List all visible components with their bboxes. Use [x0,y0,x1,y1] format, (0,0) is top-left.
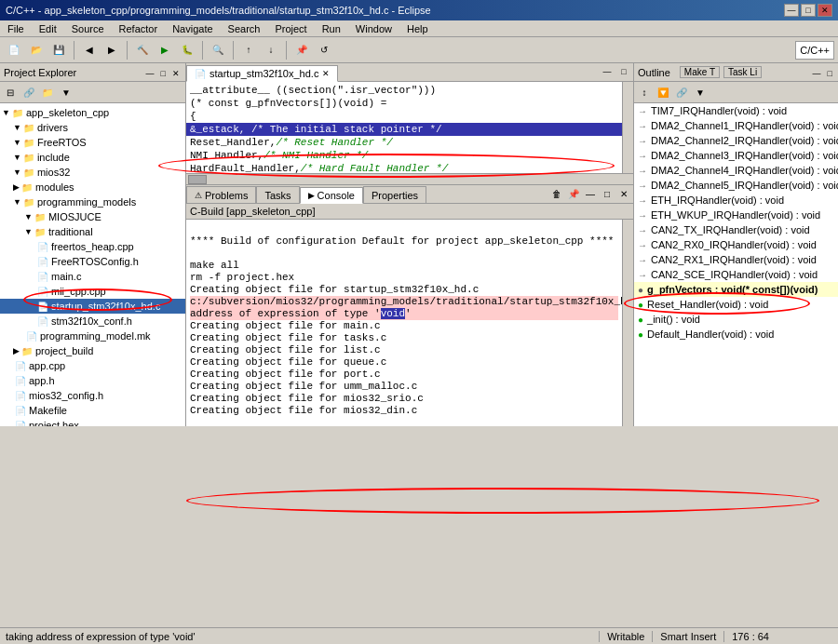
debug-button[interactable]: 🐛 [177,40,197,60]
outline-link-btn[interactable]: 🔗 [673,84,690,101]
tab-problems[interactable]: ⚠ Problems [186,186,256,203]
run-button[interactable]: ▶ [155,40,175,60]
make-tab[interactable]: Make T [680,66,720,78]
tree-item[interactable]: 📄programming_model.mk [0,329,185,343]
tab-properties[interactable]: Properties [363,186,426,203]
outline-menu-btn[interactable]: ▼ [692,84,709,101]
tree-item[interactable]: 📄stm32f10x_conf.h [0,314,185,329]
menu-help[interactable]: Help [403,23,432,34]
tree-item[interactable]: ▼📁app_skeleton_cpp [0,105,185,120]
menu-search[interactable]: Search [224,23,264,34]
outline-item[interactable]: →DMA2_Channel4_IRQHandler(void) : void [634,163,838,178]
menu-navigate[interactable]: Navigate [169,23,216,34]
tree-item[interactable]: ▼📁programming_models [0,195,185,209]
tree-item[interactable]: ▶📁project_build [0,343,185,358]
code-text: Reset_Handler, [190,137,276,148]
tree-item[interactable]: ▶📁modules [0,180,185,195]
outline-item[interactable]: →ETH_IRQHandler(void) : void [634,193,838,208]
tree-item[interactable]: 📄freertos_heap.cpp [0,239,185,254]
menu-refactor[interactable]: Refactor [115,23,162,34]
outline-item[interactable]: ●Reset_Handler(void) : void [634,297,838,312]
forward-button[interactable]: ▶ [101,40,122,60]
minimize-button[interactable]: — [784,4,799,17]
refresh-button[interactable]: ↺ [314,40,334,60]
link-editor-btn[interactable]: 🔗 [20,84,37,101]
menu-file[interactable]: File [4,23,28,34]
prev-anno[interactable]: ↑ [238,40,259,60]
outline-item[interactable]: ●_init() : void [634,312,838,327]
open-button[interactable]: 📂 [26,40,47,60]
tree-item[interactable]: ▼📁mios32 [0,165,185,180]
menu-project[interactable]: Project [271,23,310,34]
tab-tasks[interactable]: Tasks [256,186,299,203]
outline-item[interactable]: →CAN2_RX0_IRQHandler(void) : void [634,237,838,252]
explorer-menu-btn[interactable]: ▼ [58,84,74,101]
menu-edit[interactable]: Edit [35,23,61,34]
hscroll-thumb[interactable] [188,175,207,184]
tree-item[interactable]: 📄mios32_config.h [0,388,185,403]
outline-item[interactable]: →ETH_WKUP_IRQHandler(void) : void [634,208,838,222]
tree-item[interactable]: 📄project.hex [0,418,185,426]
editor-hscrollbar[interactable] [186,173,633,184]
menu-window[interactable]: Window [352,23,396,34]
tree-item-label: app_skeleton_cpp [26,107,109,118]
outline-item[interactable]: →DMA2_Channel1_IRQHandler(void) : void [634,118,838,133]
editor-tab-startup[interactable]: 📄 startup_stm32f10x_hd.c ✕ [186,65,338,82]
minimize-panel-btn[interactable]: — [143,69,155,78]
console-clear-btn[interactable]: 🗑 [549,186,564,201]
tree-item[interactable]: ▼📁MIOSJUCE [0,209,185,224]
outline-label: ETH_IRQHandler(void) : void [651,195,784,206]
new-button[interactable]: 📄 [4,40,24,60]
outline-item[interactable]: →DMA2_Channel2_IRQHandler(void) : void [634,133,838,148]
tree-item[interactable]: 📄startup_stm32f10x_hd.c [0,299,185,314]
tree-item[interactable]: 📄mii_cpp.cpp [0,284,185,299]
tree-item[interactable]: ▼📁traditional [0,224,185,239]
outline-item[interactable]: →CAN2_RX1_IRQHandler(void) : void [634,252,838,267]
menu-run[interactable]: Run [318,23,345,34]
console-max-btn[interactable]: □ [600,186,615,201]
console-pin-btn[interactable]: 📌 [566,186,581,201]
tab-console[interactable]: ▶ Console [300,187,363,204]
tree-item[interactable]: ▼📁FreeRTOS [0,135,185,150]
max-editor-btn[interactable]: □ [616,64,631,79]
outline-item[interactable]: ●Default_Handler(void) : void [634,327,838,342]
collapse-all-btn[interactable]: ⊟ [2,84,19,101]
maximize-button[interactable]: □ [801,4,816,17]
new-folder-btn[interactable]: 📁 [39,84,56,101]
maximize-panel-btn[interactable]: □ [159,69,168,78]
tree-item[interactable]: 📄Makefile [0,403,185,418]
outline-max-btn[interactable]: □ [826,69,834,78]
tree-item[interactable]: 📄app.h [0,373,185,388]
search-btn[interactable]: 🔍 [208,40,228,60]
outline-item[interactable]: →DMA2_Channel3_IRQHandler(void) : void [634,148,838,163]
next-anno[interactable]: ↓ [261,40,281,60]
pin-button[interactable]: 📌 [291,40,312,60]
outline-sort-btn[interactable]: ↕ [636,84,653,101]
tree-item[interactable]: 📄app.cpp [0,358,185,373]
close-button[interactable]: ✕ [818,4,832,17]
menu-source[interactable]: Source [68,23,108,34]
console-vscrollbar[interactable] [622,220,633,426]
outline-item[interactable]: ●g_pfnVectors : void(* const[])(void) [634,282,838,297]
outline-min-btn[interactable]: — [811,69,823,78]
outline-item[interactable]: →TIM7_IRQHandler(void) : void [634,103,838,118]
outline-item[interactable]: →CAN2_TX_IRQHandler(void) : void [634,222,838,237]
editor-vscrollbar[interactable] [622,82,633,173]
save-button[interactable]: 💾 [48,40,69,60]
tree-item[interactable]: ▼📁include [0,150,185,165]
close-tab-btn[interactable]: ✕ [322,69,330,78]
tree-item[interactable]: 📄FreeRTOSConfig.h [0,254,185,269]
outline-item[interactable]: →DMA2_Channel5_IRQHandler(void) : void [634,178,838,193]
back-button[interactable]: ◀ [79,40,100,60]
close-panel-btn[interactable]: ✕ [170,69,182,78]
outline-item[interactable]: →CAN2_SCE_IRQHandler(void) : void [634,267,838,282]
code-editor[interactable]: __attribute__ ((section(".isr_vector")))… [186,82,622,173]
outline-filter-btn[interactable]: 🔽 [655,84,671,101]
console-min-btn[interactable]: — [583,186,598,201]
tree-item[interactable]: ▼📁drivers [0,120,185,135]
build-button[interactable]: 🔨 [132,40,153,60]
min-editor-btn[interactable]: — [600,64,615,79]
console-close-btn[interactable]: ✕ [616,186,631,201]
task-tab[interactable]: Task Li [723,66,762,78]
tree-item[interactable]: 📄main.c [0,269,185,284]
